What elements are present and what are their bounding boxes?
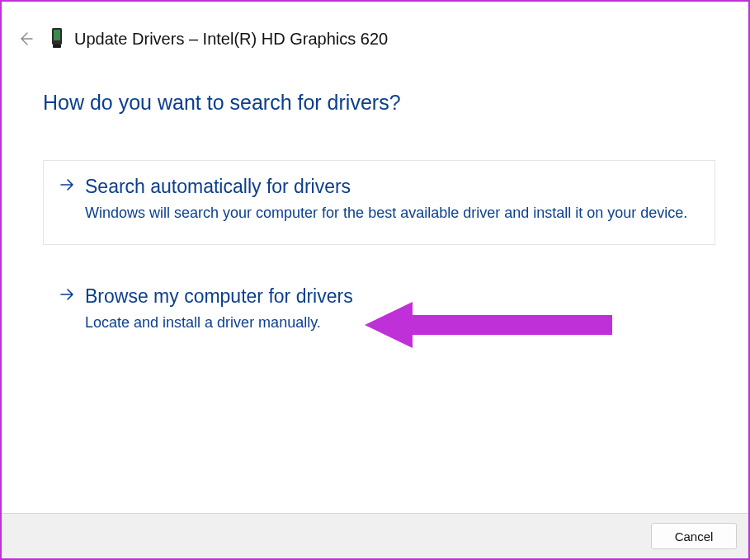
back-button[interactable]: [13, 26, 38, 51]
main-question: How do you want to search for drivers?: [2, 59, 748, 115]
option-head: Browse my computer for drivers: [59, 285, 696, 308]
option-head: Search automatically for drivers: [59, 176, 696, 198]
device-icon: [50, 26, 64, 49]
options-container: Search automatically for drivers Windows…: [2, 115, 748, 349]
option-title: Search automatically for drivers: [85, 176, 351, 198]
dialog-footer: Cancel: [2, 513, 748, 558]
option-browse-computer[interactable]: Browse my computer for drivers Locate an…: [43, 270, 715, 348]
cancel-button[interactable]: Cancel: [651, 523, 737, 549]
option-description: Windows will search your computer for th…: [85, 203, 696, 223]
arrow-right-icon: [59, 176, 75, 197]
svg-rect-1: [54, 30, 60, 40]
window-title: Update Drivers – Intel(R) HD Graphics 62…: [74, 30, 388, 49]
svg-rect-2: [53, 45, 61, 48]
option-search-automatically[interactable]: Search automatically for drivers Windows…: [43, 160, 715, 245]
arrow-right-icon: [59, 286, 75, 307]
dialog-header: Update Drivers – Intel(R) HD Graphics 62…: [2, 2, 748, 59]
option-title: Browse my computer for drivers: [85, 285, 353, 308]
option-description: Locate and install a driver manually.: [85, 313, 696, 332]
back-arrow-icon: [17, 31, 34, 47]
